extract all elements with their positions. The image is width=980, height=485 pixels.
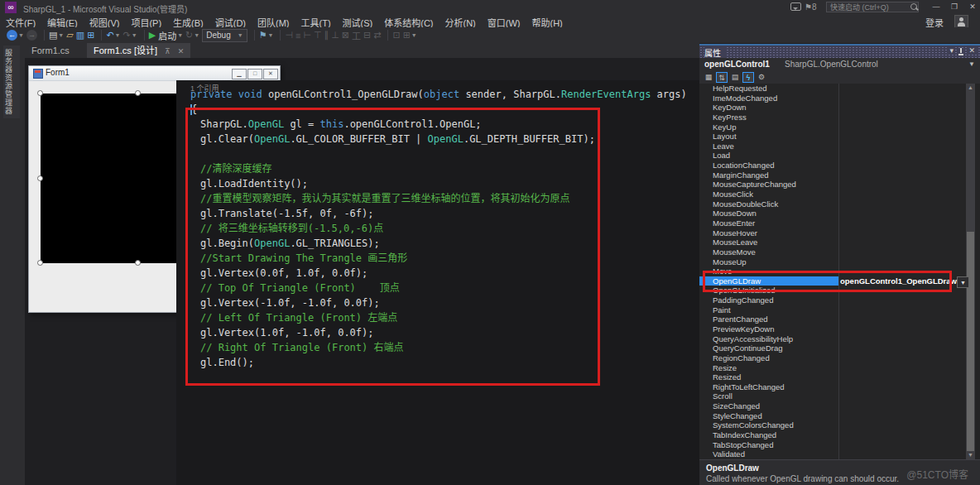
selection-handle[interactable] — [135, 90, 141, 96]
make-same-width-icon[interactable]: ⊠ — [342, 30, 349, 41]
event-row-sizechanged[interactable]: SizeChanged — [699, 401, 964, 411]
event-row-imemodechanged[interactable]: ImeModeChanged — [699, 94, 964, 103]
form-maximize-button[interactable]: □ — [247, 69, 262, 79]
undo-icon[interactable]: ↶▼ — [106, 30, 120, 41]
event-row-systemcolorschanged[interactable]: SystemColorsChanged — [699, 420, 964, 430]
event-row-helprequested[interactable]: HelpRequested — [699, 84, 964, 94]
close-tab-icon[interactable]: ✕ — [178, 47, 185, 55]
window-position-icon[interactable]: ▾ — [948, 46, 955, 55]
selection-handle[interactable] — [37, 90, 43, 96]
new-file-icon[interactable]: ▤▼ — [49, 30, 64, 41]
object-selector[interactable]: openGLControl1 SharpGL.OpenGLControl ▼ — [699, 58, 980, 71]
align-rights-icon[interactable]: ⊢ — [303, 30, 311, 41]
event-row-mousehover[interactable]: MouseHover — [699, 228, 964, 238]
align-middles-icon[interactable]: ∥ — [324, 30, 329, 41]
chevron-down-icon[interactable]: ▼ — [968, 58, 975, 71]
event-row-mousecapturechanged[interactable]: MouseCaptureChanged — [699, 180, 964, 190]
search-icon — [910, 3, 917, 10]
event-row-mouseenter[interactable]: MouseEnter — [699, 218, 964, 228]
event-row-paint[interactable]: Paint — [699, 305, 964, 315]
menu-bar: 文件(F)编辑(E)视图(V)项目(P)生成(B)调试(D)团队(M)工具(T)… — [0, 15, 980, 27]
send-back-icon[interactable]: ⊞▼ — [403, 30, 417, 41]
event-row-keypress[interactable]: KeyPress — [699, 113, 964, 122]
find-in-files-icon[interactable]: ⚑▼ — [259, 30, 274, 41]
event-row-resize[interactable]: Resize — [699, 363, 964, 373]
notifications-flag-icon[interactable]: ⚑8 — [805, 2, 817, 12]
make-same-size-icon[interactable]: 工 — [352, 29, 361, 42]
event-row-righttoleftchanged[interactable]: RightToLeftChanged — [699, 382, 964, 392]
close-panel-icon[interactable]: ✕ — [967, 46, 977, 55]
quick-launch-input[interactable]: 快速启动 (Ctrl+Q) — [826, 2, 919, 12]
event-row-mousedoubleclick[interactable]: MouseDoubleClick — [699, 199, 964, 209]
tab-form1-cs-design[interactable]: Form1.cs [设计] ⊼ ✕ — [87, 43, 190, 58]
event-row-resized[interactable]: Resized — [699, 372, 964, 382]
selection-handle[interactable] — [37, 175, 43, 181]
property-pages-icon[interactable]: ⚙ — [756, 72, 767, 83]
restore-button[interactable]: ❐ — [947, 2, 962, 12]
size-to-grid-icon[interactable]: ⊟ — [363, 30, 371, 41]
selection-handle[interactable] — [135, 260, 141, 266]
properties-title-bar[interactable]: 属性 ▾ ✕ — [699, 46, 980, 58]
align-bottoms-icon[interactable]: ⊥ — [331, 30, 339, 41]
visual-studio-window: ∞ SharpGL_1 - Microsoft Visual Studio(管理… — [0, 0, 980, 485]
event-row-paddingchanged[interactable]: PaddingChanged — [699, 295, 964, 305]
save-all-icon[interactable]: ⊞ — [87, 30, 94, 41]
align-centers-icon[interactable]: ≡ — [295, 31, 300, 41]
event-row-mouseleave[interactable]: MouseLeave — [699, 238, 964, 247]
event-row-layout[interactable]: Layout — [699, 132, 964, 142]
event-row-scroll[interactable]: Scroll — [699, 391, 964, 401]
close-button[interactable]: ✕ — [965, 2, 980, 12]
event-row-validated[interactable]: Validated — [699, 449, 964, 459]
start-debug-button[interactable]: ▶启动▼ — [149, 29, 183, 42]
event-row-querycontinuedrag[interactable]: QueryContinueDrag — [699, 343, 964, 353]
event-row-tabindexchanged[interactable]: TabIndexChanged — [699, 430, 964, 440]
nav-back-icon[interactable]: ←▼ — [7, 30, 24, 41]
minimize-button[interactable]: — — [929, 2, 944, 12]
form-close-button[interactable]: ✕ — [263, 69, 278, 79]
events-view-icon[interactable]: ϟ — [742, 72, 754, 83]
debug-config-combo[interactable]: Debug▼ — [202, 29, 247, 42]
scroll-up-icon[interactable]: ▲ — [966, 84, 975, 92]
scrollbar-thumb[interactable] — [967, 232, 974, 451]
event-row-keydown[interactable]: KeyDown — [699, 103, 964, 113]
event-row-stylechanged[interactable]: StyleChanged — [699, 411, 964, 421]
event-row-tabstopchanged[interactable]: TabStopChanged — [699, 440, 964, 450]
bring-front-icon[interactable]: ⊡ — [392, 30, 400, 41]
form-title: Form1 — [46, 68, 70, 77]
server-explorer-rail-tab[interactable]: 服务器资源管理器 — [3, 46, 20, 118]
categorized-icon[interactable]: ▦ — [703, 72, 714, 83]
form-minimize-button[interactable]: ▁ — [232, 69, 247, 79]
tab-form1-cs[interactable]: Form1.cs — [25, 43, 76, 58]
event-row-mouseup[interactable]: MouseUp — [699, 257, 964, 267]
event-row-previewkeydown[interactable]: PreviewKeyDown — [699, 324, 964, 334]
event-row-mousedown[interactable]: MouseDown — [699, 209, 964, 218]
properties-view-icon[interactable]: ▤ — [729, 72, 741, 83]
refresh-icon[interactable]: ↻▼ — [185, 30, 199, 41]
feedback-icon[interactable] — [790, 2, 801, 11]
scroll-down-icon[interactable]: ▼ — [966, 451, 975, 459]
pin-icon[interactable] — [958, 48, 964, 55]
event-row-keyup[interactable]: KeyUp — [699, 122, 964, 132]
horizontal-spacing-icon[interactable]: ⇄ — [373, 30, 381, 41]
open-file-icon[interactable]: ▱ — [66, 30, 73, 41]
event-row-mouseclick[interactable]: MouseClick — [699, 190, 964, 199]
save-icon[interactable]: ▥ — [76, 30, 84, 41]
code-line[interactable]: private void openGLControl1_OpenGLDraw(o… — [190, 87, 687, 102]
event-row-marginchanged[interactable]: MarginChanged — [699, 170, 964, 180]
event-row-locationchanged[interactable]: LocationChanged — [699, 161, 964, 170]
selection-handle[interactable] — [37, 260, 43, 266]
align-lefts-icon[interactable]: ⊣ — [285, 30, 293, 41]
event-row-leave[interactable]: Leave — [699, 142, 964, 151]
event-row-load[interactable]: Load — [699, 151, 964, 161]
align-tops-icon[interactable]: ⊤ — [314, 30, 322, 41]
alphabetical-icon[interactable]: ⇅ — [716, 72, 728, 83]
event-row-parentchanged[interactable]: ParentChanged — [699, 315, 964, 324]
redo-icon[interactable]: ↷▼ — [123, 30, 137, 41]
event-row-regionchanged[interactable]: RegionChanged — [699, 353, 964, 363]
pin-tab-icon[interactable]: ⊼ — [165, 47, 171, 55]
nav-forward-icon[interactable]: → — [26, 30, 37, 41]
event-row-mousemove[interactable]: MouseMove — [699, 247, 964, 257]
event-row-queryaccessibilityhelp[interactable]: QueryAccessibilityHelp — [699, 334, 964, 344]
event-handler-dropdown[interactable]: ▼ — [957, 276, 969, 288]
events-scrollbar[interactable]: ▲ ▼ — [966, 84, 975, 459]
